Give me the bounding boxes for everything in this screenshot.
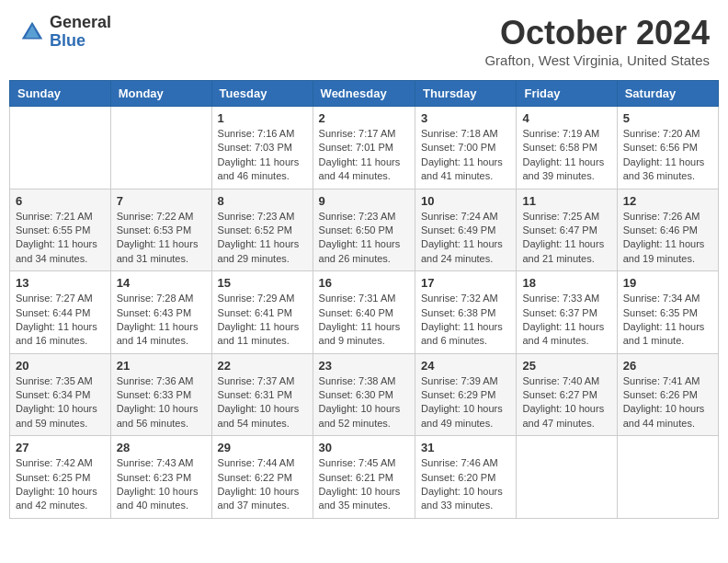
calendar-cell: [517, 436, 617, 519]
weekday-header-sunday: Sunday: [10, 81, 111, 107]
sunset: Sunset: 6:41 PM: [218, 307, 292, 318]
sunset: Sunset: 6:27 PM: [522, 389, 597, 400]
day-number: 5: [623, 111, 712, 125]
sunset: Sunset: 6:23 PM: [117, 472, 191, 483]
calendar-cell: [617, 436, 718, 519]
day-number: 28: [117, 441, 206, 454]
day-number: 17: [421, 276, 510, 290]
day-number: 21: [117, 359, 206, 373]
sunset: Sunset: 6:40 PM: [319, 307, 393, 318]
sunrise: Sunrise: 7:34 AM: [623, 293, 700, 304]
calendar-cell: 4 Sunrise: 7:19 AM Sunset: 6:58 PM Dayli…: [517, 107, 617, 190]
sunset: Sunset: 7:01 PM: [319, 142, 393, 153]
calendar-cell: 15 Sunrise: 7:29 AM Sunset: 6:41 PM Dayl…: [211, 271, 313, 354]
sunrise: Sunrise: 7:33 AM: [522, 293, 599, 304]
daylight: Daylight: 11 hours and 6 minutes.: [421, 321, 503, 346]
daylight: Daylight: 11 hours and 31 minutes.: [117, 238, 199, 263]
sunrise: Sunrise: 7:32 AM: [421, 293, 498, 304]
sunrise: Sunrise: 7:25 AM: [522, 211, 599, 222]
sunrise: Sunrise: 7:18 AM: [421, 128, 498, 139]
calendar-cell: 20 Sunrise: 7:35 AM Sunset: 6:34 PM Dayl…: [10, 353, 111, 436]
day-number: 3: [421, 111, 510, 125]
daylight: Daylight: 11 hours and 34 minutes.: [16, 238, 97, 263]
day-number: 12: [623, 194, 712, 208]
day-number: 24: [421, 359, 510, 373]
calendar-cell: 14 Sunrise: 7:28 AM Sunset: 6:43 PM Dayl…: [110, 271, 211, 354]
day-info: Sunrise: 7:36 AM Sunset: 6:33 PM Dayligh…: [117, 374, 206, 431]
calendar-week-2: 6 Sunrise: 7:21 AM Sunset: 6:55 PM Dayli…: [10, 189, 719, 271]
day-info: Sunrise: 7:18 AM Sunset: 7:00 PM Dayligh…: [421, 127, 510, 184]
daylight: Daylight: 11 hours and 21 minutes.: [522, 238, 604, 263]
sunset: Sunset: 6:30 PM: [319, 389, 393, 400]
sunset: Sunset: 6:37 PM: [522, 307, 597, 318]
daylight: Daylight: 11 hours and 16 minutes.: [16, 321, 97, 346]
daylight: Daylight: 11 hours and 36 minutes.: [623, 156, 705, 181]
sunrise: Sunrise: 7:44 AM: [218, 457, 295, 468]
calendar-cell: 1 Sunrise: 7:16 AM Sunset: 7:03 PM Dayli…: [211, 107, 313, 190]
calendar-cell: 11 Sunrise: 7:25 AM Sunset: 6:47 PM Dayl…: [517, 189, 617, 271]
day-info: Sunrise: 7:39 AM Sunset: 6:29 PM Dayligh…: [421, 374, 510, 431]
sunrise: Sunrise: 7:23 AM: [218, 211, 295, 222]
sunrise: Sunrise: 7:39 AM: [421, 375, 498, 386]
day-number: 9: [319, 194, 409, 208]
daylight: Daylight: 10 hours and 35 minutes.: [319, 486, 401, 511]
calendar-cell: 13 Sunrise: 7:27 AM Sunset: 6:44 PM Dayl…: [10, 271, 111, 354]
sunset: Sunset: 6:26 PM: [623, 389, 698, 400]
sunrise: Sunrise: 7:20 AM: [623, 128, 700, 139]
sunrise: Sunrise: 7:31 AM: [319, 293, 396, 304]
sunset: Sunset: 6:31 PM: [218, 389, 292, 400]
calendar-cell: 22 Sunrise: 7:37 AM Sunset: 6:31 PM Dayl…: [211, 353, 313, 436]
day-info: Sunrise: 7:29 AM Sunset: 6:41 PM Dayligh…: [218, 292, 307, 349]
sunrise: Sunrise: 7:40 AM: [522, 375, 599, 386]
sunset: Sunset: 6:38 PM: [421, 307, 495, 318]
calendar-cell: 9 Sunrise: 7:23 AM Sunset: 6:50 PM Dayli…: [313, 189, 415, 271]
day-info: Sunrise: 7:41 AM Sunset: 6:26 PM Dayligh…: [623, 374, 712, 431]
day-info: Sunrise: 7:31 AM Sunset: 6:40 PM Dayligh…: [319, 292, 409, 349]
daylight: Daylight: 10 hours and 33 minutes.: [421, 486, 503, 511]
day-info: Sunrise: 7:23 AM Sunset: 6:50 PM Dayligh…: [319, 210, 409, 267]
day-number: 29: [218, 441, 307, 454]
daylight: Daylight: 11 hours and 39 minutes.: [522, 156, 604, 181]
calendar-header-row: SundayMondayTuesdayWednesdayThursdayFrid…: [10, 81, 719, 107]
calendar-cell: 24 Sunrise: 7:39 AM Sunset: 6:29 PM Dayl…: [415, 353, 517, 436]
weekday-header-monday: Monday: [110, 81, 211, 107]
sunrise: Sunrise: 7:36 AM: [117, 375, 194, 386]
logo-text: General Blue: [50, 14, 111, 51]
sunrise: Sunrise: 7:46 AM: [421, 457, 498, 468]
calendar-table: SundayMondayTuesdayWednesdayThursdayFrid…: [9, 80, 719, 519]
sunset: Sunset: 6:35 PM: [623, 307, 698, 318]
weekday-header-wednesday: Wednesday: [313, 81, 415, 107]
sunset: Sunset: 6:43 PM: [117, 307, 191, 318]
day-number: 19: [623, 276, 712, 290]
sunrise: Sunrise: 7:45 AM: [319, 457, 396, 468]
daylight: Daylight: 11 hours and 9 minutes.: [319, 321, 401, 346]
calendar-cell: 8 Sunrise: 7:23 AM Sunset: 6:52 PM Dayli…: [211, 189, 313, 271]
weekday-header-thursday: Thursday: [415, 81, 517, 107]
calendar-cell: [110, 107, 211, 190]
daylight: Daylight: 11 hours and 24 minutes.: [421, 238, 503, 263]
daylight: Daylight: 11 hours and 26 minutes.: [319, 238, 401, 263]
day-info: Sunrise: 7:21 AM Sunset: 6:55 PM Dayligh…: [16, 210, 105, 267]
day-number: 26: [623, 359, 712, 373]
day-number: 20: [16, 359, 105, 373]
title-area: October 2024 Grafton, West Virginia, Uni…: [484, 14, 710, 68]
sunset: Sunset: 6:47 PM: [522, 224, 597, 236]
sunset: Sunset: 6:58 PM: [522, 142, 597, 153]
weekday-header-friday: Friday: [517, 81, 617, 107]
sunset: Sunset: 6:33 PM: [117, 389, 191, 400]
calendar-week-1: 1 Sunrise: 7:16 AM Sunset: 7:03 PM Dayli…: [10, 107, 719, 190]
sunrise: Sunrise: 7:35 AM: [16, 375, 93, 386]
day-info: Sunrise: 7:26 AM Sunset: 6:46 PM Dayligh…: [623, 210, 712, 267]
daylight: Daylight: 11 hours and 11 minutes.: [218, 321, 300, 346]
calendar-cell: 3 Sunrise: 7:18 AM Sunset: 7:00 PM Dayli…: [415, 107, 517, 190]
day-info: Sunrise: 7:22 AM Sunset: 6:53 PM Dayligh…: [117, 210, 206, 267]
daylight: Daylight: 10 hours and 37 minutes.: [218, 486, 300, 511]
calendar-cell: 23 Sunrise: 7:38 AM Sunset: 6:30 PM Dayl…: [313, 353, 415, 436]
day-number: 4: [522, 111, 610, 125]
calendar-cell: 18 Sunrise: 7:33 AM Sunset: 6:37 PM Dayl…: [517, 271, 617, 354]
day-info: Sunrise: 7:45 AM Sunset: 6:21 PM Dayligh…: [319, 456, 409, 513]
day-info: Sunrise: 7:23 AM Sunset: 6:52 PM Dayligh…: [218, 210, 307, 267]
calendar-week-4: 20 Sunrise: 7:35 AM Sunset: 6:34 PM Dayl…: [10, 353, 719, 436]
sunset: Sunset: 6:21 PM: [319, 472, 393, 483]
day-number: 2: [319, 111, 409, 125]
